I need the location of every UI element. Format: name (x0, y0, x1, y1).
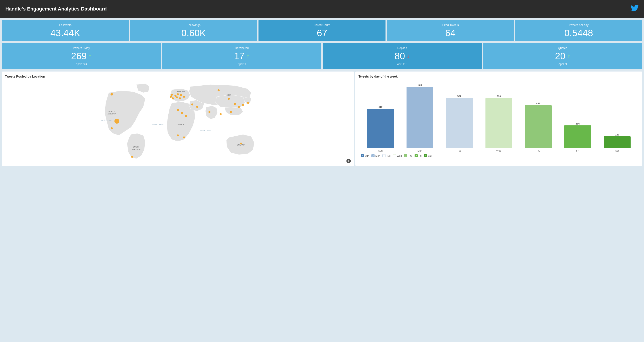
bar-value-label: 445 (536, 102, 540, 105)
stat-label: Tweets per day (520, 23, 638, 26)
bar-mon (406, 87, 433, 148)
svg-text:AMERICA: AMERICA (108, 113, 116, 115)
stat-sub: April: 9 (488, 62, 638, 66)
stat-label: Quoted (488, 46, 638, 50)
stat-value: 64 (391, 28, 510, 38)
map-panel: Tweets Posted by Location (2, 72, 354, 166)
twitter-icon (630, 4, 639, 14)
stat-label: Listed Count (263, 23, 381, 26)
svg-text:NORTH: NORTH (108, 110, 115, 112)
arrow-up-icon: ↑ (246, 52, 250, 60)
arrow-up-icon: ↑ (88, 52, 92, 60)
legend-item-sun: ✓ Sun (361, 154, 369, 157)
svg-text:EUROPE: EUROPE (177, 91, 185, 93)
svg-point-36 (230, 111, 232, 113)
legend-label: Sat (428, 154, 432, 157)
svg-point-23 (191, 104, 193, 106)
bar-thu (525, 105, 552, 148)
bar-group-sun: 410 Sun (361, 106, 400, 152)
svg-point-34 (242, 104, 244, 106)
legend-item-thu: ✓ Thu (404, 154, 412, 157)
bar-value-label: 522 (457, 95, 461, 98)
stat-value-row: 80 ↓ (327, 52, 478, 61)
svg-point-39 (240, 142, 242, 144)
svg-point-27 (185, 115, 187, 117)
legend-label: Fri (418, 154, 422, 157)
legend-item-wed: Wed (393, 154, 402, 157)
svg-point-32 (234, 103, 236, 105)
stats-section: Followers 43.44K Followings 0.60K Listed… (0, 18, 644, 72)
stat-value: 269 (71, 52, 87, 61)
svg-point-16 (177, 93, 179, 95)
stat-value-row: 17 ↑ (167, 52, 317, 61)
stat-value: 0.60K (134, 28, 253, 38)
chart-title: Tweets by day of the week (358, 75, 639, 78)
svg-text:AMERICA: AMERICA (132, 148, 140, 150)
svg-point-38 (220, 113, 222, 115)
svg-point-14 (171, 94, 173, 96)
bar-wed (486, 98, 512, 148)
svg-point-15 (174, 95, 176, 97)
bar-value-label: 236 (576, 122, 580, 125)
legend-box: ✓ (414, 154, 418, 157)
legend-label: Mon (376, 154, 380, 157)
stat-card-followers: Followers 43.44K (2, 20, 129, 41)
stat-sub: April: 224 (6, 62, 156, 66)
legend-box: ✓ (372, 154, 374, 157)
legend-label: Sun (365, 154, 369, 157)
bar-group-wed: 520 Wed (479, 95, 518, 152)
bar-sat (604, 136, 630, 148)
svg-text:Indian Ocean: Indian Ocean (200, 130, 211, 132)
stat-value: 80 (394, 52, 405, 61)
svg-point-30 (218, 89, 220, 91)
stat-label: Followers (6, 23, 124, 26)
legend-item-sat: ✓ Sat (424, 154, 432, 157)
stat-label: Tweets : May (6, 46, 156, 50)
svg-point-29 (183, 136, 185, 138)
bar-tue (446, 98, 473, 148)
bar-value-label: 122 (615, 133, 619, 136)
legend-box (393, 154, 396, 157)
svg-point-19 (172, 98, 174, 100)
svg-point-20 (179, 98, 181, 100)
stat-label: Followings (134, 23, 253, 26)
svg-text:ASIA: ASIA (226, 94, 231, 96)
info-icon[interactable]: i (346, 159, 351, 163)
bar-group-mon: 639 Mon (400, 84, 440, 152)
stats-row-1: Followers 43.44K Followings 0.60K Listed… (2, 20, 642, 41)
bar-fri (564, 126, 591, 148)
stat-card-liked-tweets: Liked Tweets 64 (387, 20, 514, 41)
chart-legend: ✓ Sun ✓ Mon Tue Wed ✓ Thu ✓ Fri ✓ Sat (358, 154, 639, 157)
stat-value-row: 20 ↑ (488, 52, 638, 61)
bar-value-label: 520 (497, 95, 501, 98)
svg-text:SOUTH: SOUTH (133, 146, 140, 148)
bar-group-fri: 236 Fri (558, 122, 597, 152)
stat-card-quoted: Quoted 20 ↑ April: 9 (483, 43, 642, 69)
bar-group-thu: 445 Thu (518, 102, 558, 152)
svg-point-22 (183, 96, 185, 98)
stat-card-retweeted: Retweeted 17 ↑ April: 9 (162, 43, 322, 69)
legend-box: ✓ (404, 154, 407, 157)
stat-value-row: 269 ↑ (6, 52, 156, 61)
legend-item-fri: ✓ Fri (414, 154, 422, 157)
svg-point-21 (170, 96, 172, 98)
page-title: Handle's Engagement Analytics Dashboard (5, 6, 107, 12)
chart-area: 410 Sun 639 Mon 522 Tue 520 Wed 445 Thu … (358, 80, 639, 152)
legend-box (382, 154, 386, 157)
bar-group-sat: 122 Sat (598, 133, 637, 152)
header: Handle's Engagement Analytics Dashboard (0, 0, 644, 18)
legend-label: Tue (386, 154, 391, 157)
legend-label: Thu (408, 154, 412, 157)
stat-value: 0.5448 (520, 28, 638, 38)
stat-sub: April: 9 (167, 62, 317, 66)
bottom-section: Tweets Posted by Location (0, 72, 644, 168)
map-container: Pacific Ocean Atlantic Ocean Indian Ocea… (5, 80, 351, 162)
stat-label: Retweeted (167, 46, 317, 50)
svg-point-12 (114, 119, 120, 124)
svg-point-40 (131, 156, 133, 158)
bar-value-label: 639 (418, 84, 422, 86)
chart-axis (361, 152, 637, 152)
svg-text:Pacific Ocean: Pacific Ocean (100, 120, 112, 122)
bar-value-label: 410 (378, 106, 382, 108)
svg-point-26 (181, 112, 183, 114)
